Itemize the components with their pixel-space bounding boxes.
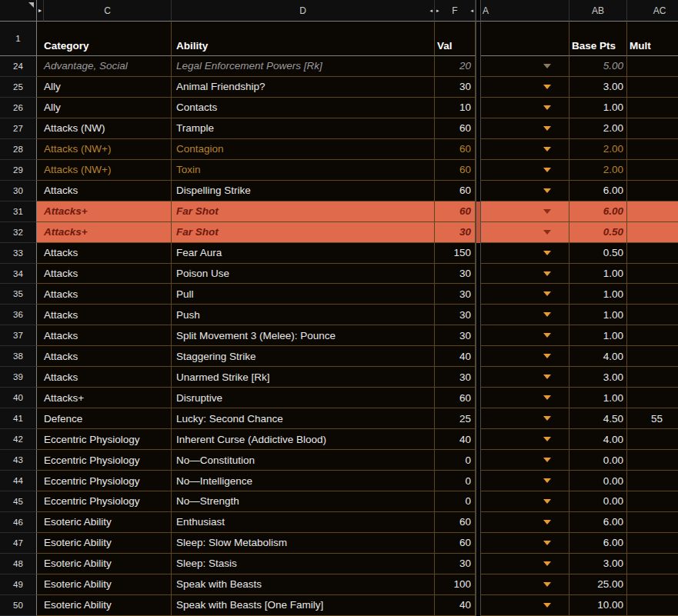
- cell-dropdown[interactable]: [481, 554, 569, 574]
- cell-dropdown[interactable]: [481, 574, 569, 595]
- row-number[interactable]: 38: [0, 346, 37, 367]
- cell-category[interactable]: Attacks+: [37, 201, 172, 222]
- cell-val[interactable]: 30: [435, 77, 476, 98]
- row-number[interactable]: 29: [0, 160, 37, 181]
- dropdown-arrow-icon[interactable]: [543, 458, 551, 462]
- cell-base-pts[interactable]: 2.00: [569, 118, 627, 139]
- cell-ability[interactable]: Legal Enforcement Powers [Rk]: [172, 56, 435, 77]
- row-number[interactable]: 36: [0, 305, 37, 325]
- cell-base-pts[interactable]: 0.00: [569, 491, 627, 512]
- cell-base-pts[interactable]: 0.50: [569, 222, 627, 243]
- cell-base-pts[interactable]: 6.00: [569, 512, 627, 533]
- cell-base-pts[interactable]: 1.00: [569, 98, 627, 118]
- dropdown-arrow-icon[interactable]: [543, 375, 551, 379]
- cell-dropdown[interactable]: [481, 346, 569, 367]
- cell-val[interactable]: 60: [435, 118, 476, 139]
- dropdown-arrow-icon[interactable]: [543, 520, 551, 524]
- cell-val[interactable]: 40: [435, 595, 476, 616]
- cell-val[interactable]: 100: [435, 574, 476, 595]
- column-header-aa[interactable]: A: [481, 0, 569, 22]
- cell-dropdown[interactable]: [481, 284, 569, 305]
- dropdown-arrow-icon[interactable]: [543, 312, 551, 317]
- cell-category[interactable]: Attacks (NW): [37, 118, 172, 139]
- cell-val[interactable]: 60: [435, 201, 476, 222]
- cell-ability[interactable]: Dispelling Strike: [172, 181, 435, 201]
- cell-ability[interactable]: Sleep: Stasis: [172, 554, 435, 574]
- cell-base-pts[interactable]: 6.00: [569, 201, 627, 222]
- cell-base-pts[interactable]: 2.00: [569, 139, 627, 160]
- cell-mult[interactable]: [627, 325, 678, 346]
- cell-category[interactable]: Attacks (NW+): [37, 160, 172, 181]
- cell-val[interactable]: 30: [435, 325, 476, 346]
- cell-dropdown[interactable]: [481, 98, 569, 118]
- cell-base-pts[interactable]: 4.00: [569, 346, 627, 367]
- cell-ability[interactable]: Unarmed Strike [Rk]: [172, 367, 435, 388]
- cell-category[interactable]: Attacks (NW+): [37, 139, 172, 160]
- dropdown-arrow-icon[interactable]: [543, 582, 551, 587]
- header-ability[interactable]: Ability: [172, 22, 435, 56]
- cell-category[interactable]: Eccentric Physiology: [37, 471, 172, 491]
- row-number[interactable]: 48: [0, 554, 37, 574]
- dropdown-arrow-icon[interactable]: [543, 603, 551, 608]
- cell-base-pts[interactable]: 3.00: [569, 367, 627, 388]
- cell-category[interactable]: Attacks+: [37, 388, 172, 408]
- cell-base-pts[interactable]: 6.00: [569, 533, 627, 554]
- cell-ability[interactable]: No—Strength: [172, 491, 435, 512]
- cell-val[interactable]: 60: [435, 512, 476, 533]
- row-number[interactable]: 44: [0, 471, 37, 491]
- column-header-f[interactable]: ▸ F ◂: [435, 0, 476, 22]
- cell-base-pts[interactable]: 2.00: [569, 160, 627, 181]
- cell-dropdown[interactable]: [481, 201, 569, 222]
- cell-val[interactable]: 60: [435, 388, 476, 408]
- dropdown-arrow-icon[interactable]: [543, 437, 551, 441]
- cell-mult[interactable]: [627, 98, 678, 118]
- cell-mult[interactable]: [627, 388, 678, 408]
- cell-category[interactable]: Esoteric Ability: [37, 512, 172, 533]
- cell-base-pts[interactable]: 3.00: [569, 77, 627, 98]
- cell-mult[interactable]: [627, 533, 678, 554]
- row-number[interactable]: 40: [0, 388, 37, 408]
- row-number[interactable]: 28: [0, 139, 37, 160]
- header-val[interactable]: Val: [435, 22, 476, 56]
- cell-val[interactable]: 30: [435, 264, 476, 285]
- cell-ability[interactable]: Toxin: [172, 160, 435, 181]
- row-number[interactable]: 26: [0, 98, 37, 118]
- cell-dropdown[interactable]: [481, 471, 569, 491]
- dropdown-arrow-icon[interactable]: [543, 230, 551, 235]
- dropdown-arrow-icon[interactable]: [543, 478, 551, 483]
- row-number[interactable]: 41: [0, 408, 37, 429]
- cell-mult[interactable]: [627, 118, 678, 139]
- cell-base-pts[interactable]: 1.00: [569, 305, 627, 325]
- row-number[interactable]: 30: [0, 181, 37, 201]
- column-header-ab[interactable]: AB: [569, 0, 627, 22]
- cell-base-pts[interactable]: 25.00: [569, 574, 627, 595]
- row-number[interactable]: 32: [0, 222, 37, 243]
- cell-val[interactable]: 40: [435, 429, 476, 450]
- cell-category[interactable]: Attacks: [37, 325, 172, 346]
- cell-ability[interactable]: Sleep: Slow Metabolism: [172, 533, 435, 554]
- cell-base-pts[interactable]: 4.50: [569, 408, 627, 429]
- dropdown-arrow-icon[interactable]: [543, 209, 551, 214]
- cell-dropdown[interactable]: [481, 181, 569, 201]
- dropdown-arrow-icon[interactable]: [543, 105, 551, 110]
- cell-mult[interactable]: [627, 346, 678, 367]
- cell-ability[interactable]: Disruptive: [172, 388, 435, 408]
- cell-category[interactable]: Attacks: [37, 264, 172, 285]
- cell-base-pts[interactable]: 5.00: [569, 56, 627, 77]
- dropdown-arrow-icon[interactable]: [543, 291, 551, 296]
- cell-mult[interactable]: [627, 305, 678, 325]
- cell-category[interactable]: Esoteric Ability: [37, 533, 172, 554]
- cell-mult[interactable]: [627, 201, 678, 222]
- cell-dropdown[interactable]: [481, 77, 569, 98]
- column-header-d[interactable]: D ◂: [172, 0, 435, 22]
- cell-val[interactable]: 60: [435, 181, 476, 201]
- cell-dropdown[interactable]: [481, 160, 569, 181]
- dropdown-arrow-icon[interactable]: [543, 271, 551, 276]
- cell-dropdown[interactable]: [481, 305, 569, 325]
- row-number[interactable]: 47: [0, 533, 37, 554]
- cell-mult[interactable]: [627, 429, 678, 450]
- cell-ability[interactable]: Contacts: [172, 98, 435, 118]
- dropdown-arrow-icon[interactable]: [543, 354, 551, 358]
- row-number[interactable]: 24: [0, 56, 37, 77]
- cell-ability[interactable]: No—Intelligence: [172, 471, 435, 491]
